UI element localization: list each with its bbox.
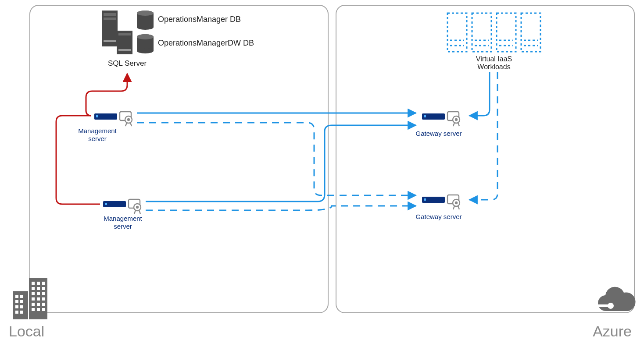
svg-rect-15 — [42, 287, 45, 290]
azure-zone-label: Azure — [593, 323, 632, 339]
management-server-1 — [94, 112, 132, 126]
iaas-label-l1: Virtual IaaS — [476, 55, 512, 63]
svg-rect-17 — [37, 292, 40, 295]
svg-rect-9 — [20, 311, 23, 314]
iaas-label-l2: Workloads — [477, 63, 510, 71]
opsdw-db-label: OperationsManagerDW DB — [158, 39, 254, 47]
gateway-server-1 — [422, 112, 460, 126]
svg-rect-5 — [20, 300, 23, 303]
svg-point-44 — [137, 34, 154, 39]
svg-rect-33 — [104, 40, 116, 42]
edge-vms-gw2 — [469, 72, 497, 200]
svg-rect-10 — [32, 282, 35, 285]
cloud-icon — [592, 287, 636, 311]
sql-server-node: OperationsManager DB OperationsManagerDW… — [102, 11, 254, 67]
svg-rect-61 — [424, 198, 426, 201]
svg-rect-27 — [42, 308, 45, 311]
gateway-2-label: Gateway server — [415, 213, 462, 220]
iaas-vms: Virtual IaaS Workloads — [447, 13, 540, 71]
svg-rect-32 — [104, 18, 116, 20]
svg-rect-25 — [32, 308, 35, 311]
svg-rect-14 — [37, 287, 40, 290]
svg-rect-8 — [15, 311, 18, 314]
local-zone — [30, 5, 328, 313]
svg-rect-56 — [424, 115, 426, 117]
svg-point-49 — [127, 118, 130, 121]
datacenter-icon — [13, 278, 47, 319]
svg-point-43 — [137, 48, 154, 53]
svg-rect-22 — [32, 303, 35, 306]
svg-rect-36 — [118, 49, 131, 51]
svg-rect-13 — [32, 287, 35, 290]
svg-rect-7 — [20, 305, 23, 308]
svg-rect-51 — [105, 203, 107, 205]
svg-point-40 — [137, 11, 154, 16]
edge-mgmt2-gw1 — [146, 125, 416, 202]
svg-rect-11 — [37, 282, 40, 285]
svg-rect-18 — [42, 292, 45, 295]
local-zone-label: Local — [9, 323, 44, 339]
sql-server-label: SQL Server — [108, 59, 147, 67]
svg-rect-31 — [104, 13, 116, 16]
svg-rect-20 — [37, 297, 40, 301]
svg-point-59 — [455, 118, 458, 121]
edge-mgmt1-gw2 — [137, 123, 416, 195]
database-icon — [137, 34, 154, 53]
svg-rect-6 — [15, 305, 18, 308]
management-server-2 — [103, 199, 141, 214]
database-icon — [137, 11, 154, 30]
svg-rect-35 — [118, 33, 131, 35]
svg-rect-46 — [96, 115, 98, 117]
mgmt-server-2-label-l1: Management — [104, 215, 142, 222]
ops-db-label: OperationsManager DB — [158, 15, 241, 24]
svg-rect-3 — [20, 295, 23, 298]
edge-red-up — [86, 74, 127, 116]
azure-zone — [336, 5, 634, 313]
edge-mgmt2-gw2 — [146, 206, 416, 210]
svg-point-39 — [137, 25, 154, 30]
svg-rect-19 — [32, 297, 35, 301]
mgmt-server-1-label-l2: server — [88, 135, 107, 142]
edge-vms-gw1 — [469, 72, 490, 116]
mgmt-server-2-label-l2: server — [114, 223, 132, 230]
svg-rect-16 — [32, 292, 35, 295]
svg-rect-24 — [42, 303, 45, 306]
svg-rect-26 — [37, 308, 40, 311]
gateway-server-2 — [422, 195, 460, 209]
gateway-1-label: Gateway server — [415, 130, 462, 137]
svg-point-54 — [136, 206, 139, 209]
svg-rect-23 — [37, 303, 40, 306]
svg-rect-21 — [42, 297, 45, 301]
svg-rect-12 — [42, 282, 45, 285]
mgmt-server-1-label-l1: Management — [78, 127, 117, 134]
svg-rect-2 — [15, 295, 18, 298]
svg-rect-4 — [15, 300, 18, 303]
svg-rect-29 — [592, 304, 611, 307]
architecture-diagram: Local Azure — [0, 0, 644, 343]
svg-point-64 — [455, 202, 458, 204]
